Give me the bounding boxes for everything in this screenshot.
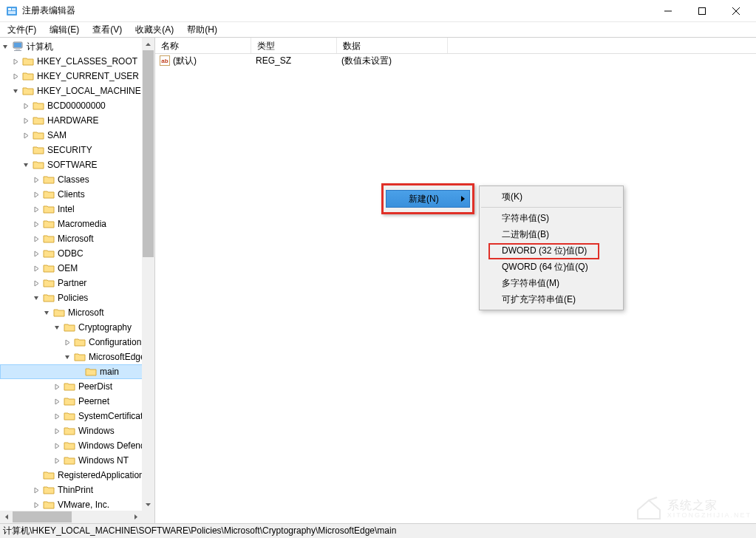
expand-icon[interactable] bbox=[52, 440, 62, 451]
folder-icon bbox=[43, 293, 55, 303]
folder-icon bbox=[22, 56, 34, 67]
folder-icon bbox=[33, 115, 44, 126]
submenu-key[interactable]: 项(K) bbox=[480, 188, 623, 205]
column-type[interactable]: 类型 bbox=[251, 38, 337, 53]
submenu-multi[interactable]: 多字符串值(M) bbox=[480, 275, 623, 291]
tree-label: VMware, Inc. bbox=[58, 500, 109, 510]
expand-icon[interactable] bbox=[31, 204, 41, 214]
close-button[interactable] bbox=[719, 0, 753, 22]
tree-cryptography[interactable]: Cryptography bbox=[0, 320, 154, 335]
expand-icon[interactable] bbox=[21, 115, 31, 126]
scroll-left-icon[interactable] bbox=[0, 511, 13, 523]
tree-hklm[interactable]: HKEY_LOCAL_MACHINE bbox=[0, 84, 154, 98]
context-menu-new[interactable]: 新建(N) bbox=[386, 190, 470, 208]
scroll-down-icon[interactable] bbox=[142, 498, 154, 511]
tree-peerdist[interactable]: PeerDist bbox=[0, 379, 154, 394]
submenu-expand[interactable]: 可扩充字符串值(E) bbox=[480, 291, 623, 307]
tree-bcd[interactable]: BCD00000000 bbox=[0, 98, 154, 113]
tree-thinprint[interactable]: ThinPrint bbox=[0, 483, 154, 497]
expand-icon[interactable] bbox=[31, 174, 41, 185]
submenu-label: QWORD (64 位)值(Q) bbox=[502, 261, 588, 273]
list-row[interactable]: ab (默认) REG_SZ (数值未设置) bbox=[155, 54, 756, 67]
scroll-up-icon[interactable] bbox=[142, 38, 154, 50]
collapse-icon[interactable] bbox=[0, 41, 10, 52]
tree-scrollbar-vertical[interactable] bbox=[142, 38, 154, 511]
menu-favorites[interactable]: 收藏夹(A) bbox=[129, 22, 180, 38]
expand-icon[interactable] bbox=[52, 426, 62, 436]
minimize-button[interactable] bbox=[651, 0, 685, 22]
tree-intel[interactable]: Intel bbox=[0, 202, 154, 217]
tree-policies[interactable]: Policies bbox=[0, 290, 154, 305]
tree-label: SECURITY bbox=[47, 145, 92, 155]
tree-odbc[interactable]: ODBC bbox=[0, 246, 154, 261]
tree-root[interactable]: 计算机 bbox=[0, 39, 154, 54]
expand-icon[interactable] bbox=[10, 71, 21, 81]
tree-hkcu[interactable]: HKEY_CURRENT_USER bbox=[0, 69, 154, 84]
menu-file[interactable]: 文件(F) bbox=[1, 22, 42, 38]
expand-icon[interactable] bbox=[31, 500, 41, 510]
tree-peernet[interactable]: Peernet bbox=[0, 394, 154, 409]
tree-vmware[interactable]: VMware, Inc. bbox=[0, 497, 154, 512]
tree-clients[interactable]: Clients bbox=[0, 187, 154, 202]
tree-oem[interactable]: OEM bbox=[0, 261, 154, 276]
collapse-icon[interactable] bbox=[10, 86, 21, 96]
tree-security[interactable]: SECURITY bbox=[0, 143, 154, 157]
collapse-icon[interactable] bbox=[21, 160, 31, 170]
expand-icon[interactable] bbox=[52, 396, 62, 406]
tree-hardware[interactable]: HARDWARE bbox=[0, 113, 154, 128]
expand-icon[interactable] bbox=[10, 56, 21, 67]
expand-icon[interactable] bbox=[31, 189, 41, 200]
tree-hkcr[interactable]: HKEY_CLASSES_ROOT bbox=[0, 54, 154, 69]
tree-windowsnt[interactable]: Windows NT bbox=[0, 453, 154, 468]
tree-microsoftedge[interactable]: MicrosoftEdge bbox=[0, 350, 154, 364]
folder-icon bbox=[64, 455, 75, 466]
tree-configuration[interactable]: Configuration bbox=[0, 335, 154, 350]
collapse-icon[interactable] bbox=[52, 322, 62, 333]
tree-partner[interactable]: Partner bbox=[0, 276, 154, 290]
scroll-thumb[interactable] bbox=[13, 511, 72, 522]
expand-icon[interactable] bbox=[62, 337, 72, 347]
expand-icon[interactable] bbox=[21, 101, 31, 111]
tree-classes[interactable]: Classes bbox=[0, 172, 154, 187]
expand-icon[interactable] bbox=[31, 248, 41, 259]
tree-scrollbar-horizontal[interactable] bbox=[0, 511, 142, 523]
column-data[interactable]: 数据 bbox=[337, 38, 448, 53]
tree-windowsdef[interactable]: Windows Defender bbox=[0, 438, 154, 453]
svg-rect-10 bbox=[16, 49, 20, 50]
expand-icon[interactable] bbox=[31, 278, 41, 288]
tree-systemcert[interactable]: SystemCertificates bbox=[0, 409, 154, 423]
expand-icon[interactable] bbox=[21, 130, 31, 140]
tree-software[interactable]: SOFTWARE bbox=[0, 157, 154, 172]
submenu-string[interactable]: 字符串值(S) bbox=[480, 210, 623, 226]
tree-windows[interactable]: Windows bbox=[0, 423, 154, 438]
collapse-icon[interactable] bbox=[62, 352, 72, 362]
menu-help[interactable]: 帮助(H) bbox=[181, 22, 223, 38]
menu-edit[interactable]: 编辑(E) bbox=[44, 22, 85, 38]
tree-label: Partner bbox=[58, 278, 86, 288]
tree-regapps[interactable]: RegisteredApplications bbox=[0, 468, 154, 483]
expand-icon[interactable] bbox=[52, 381, 62, 392]
expand-icon[interactable] bbox=[31, 485, 41, 495]
submenu-binary[interactable]: 二进制值(B) bbox=[480, 226, 623, 242]
expand-icon[interactable] bbox=[52, 411, 62, 421]
tree-sam[interactable]: SAM bbox=[0, 128, 154, 143]
submenu-label: 二进制值(B) bbox=[502, 228, 549, 241]
column-name[interactable]: 名称 bbox=[155, 38, 251, 53]
tree-microsoft[interactable]: Microsoft bbox=[0, 231, 154, 246]
tree-policies-microsoft[interactable]: Microsoft bbox=[0, 305, 154, 320]
scroll-thumb[interactable] bbox=[143, 50, 154, 257]
collapse-icon[interactable] bbox=[41, 307, 52, 318]
expand-icon[interactable] bbox=[31, 263, 41, 273]
expand-icon[interactable] bbox=[52, 455, 62, 466]
tree-macromedia[interactable]: Macromedia bbox=[0, 217, 154, 231]
expand-icon[interactable] bbox=[31, 234, 41, 244]
maximize-button[interactable] bbox=[685, 0, 719, 22]
collapse-icon[interactable] bbox=[31, 293, 41, 303]
registry-tree[interactable]: 计算机 HKEY_CLASSES_ROOT HKEY_CURRENT_USER … bbox=[0, 38, 154, 512]
menu-view[interactable]: 查看(V) bbox=[86, 22, 128, 38]
submenu-dword[interactable]: DWORD (32 位)值(D) bbox=[480, 242, 623, 259]
expand-icon[interactable] bbox=[31, 219, 41, 229]
tree-main-selected[interactable]: main bbox=[0, 364, 154, 379]
submenu-qword[interactable]: QWORD (64 位)值(Q) bbox=[480, 259, 623, 275]
scroll-right-icon[interactable] bbox=[129, 511, 142, 523]
